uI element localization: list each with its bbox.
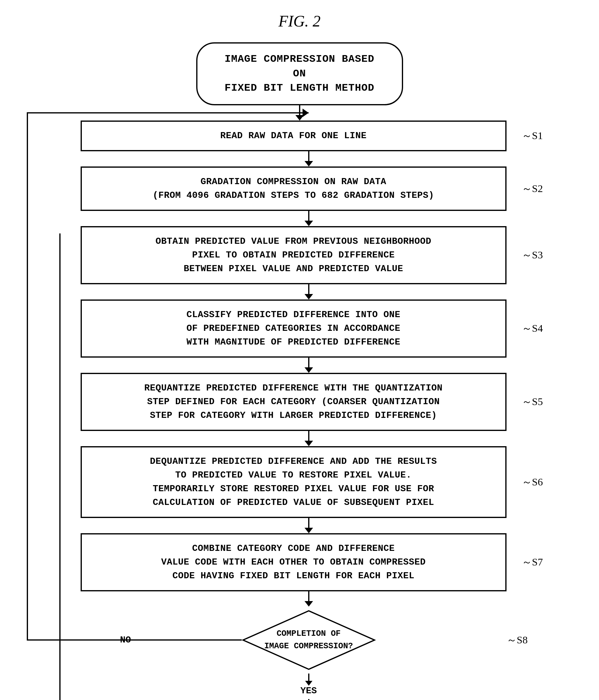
step-s4-wrapper: CLASSIFY PREDICTED DIFFERENCE INTO ONEOF… [81, 299, 537, 358]
arrow-start-to-s1 [295, 105, 304, 121]
step-s3-label: OBTAIN PREDICTED VALUE FROM PREVIOUS NEI… [155, 236, 432, 274]
step-s5-num: ～S5 [522, 395, 543, 409]
step-s4-num: ～S4 [522, 321, 543, 335]
step-s1-wrapper: READ RAW DATA FOR ONE LINE ～S1 [81, 121, 537, 151]
step-s3-num: ～S3 [522, 248, 543, 262]
step-s5-box: REQUANTIZE PREDICTED DIFFERENCE WITH THE… [81, 373, 506, 431]
step-s8-num: ～S8 [506, 633, 528, 647]
step-s6-num: ～S6 [522, 475, 543, 489]
decision-s8-container: NO COMPLETION OF IMAGE COMPRESSION? ～S8 [96, 606, 522, 674]
step-s1-box: READ RAW DATA FOR ONE LINE [81, 121, 506, 151]
figure-title: FIG. 2 [24, 12, 575, 30]
steps-column: READ RAW DATA FOR ONE LINE ～S1 GRADATION… [69, 121, 549, 700]
step-s2-label: GRADATION COMPRESSION ON RAW DATA(FROM 4… [153, 177, 434, 201]
step-s1-num: ～S1 [522, 129, 543, 143]
decision-line2: IMAGE COMPRESSION? [264, 642, 353, 651]
arrow-s2-s3 [305, 211, 313, 226]
step-s6-wrapper: DEQUANTIZE PREDICTED DIFFERENCE AND ADD … [81, 446, 537, 518]
arrow-s6-s7 [305, 518, 313, 533]
arrow-s5-s6 [305, 431, 313, 446]
step-s6-label: DEQUANTIZE PREDICTED DIFFERENCE AND ADD … [150, 456, 437, 508]
step-s2-box: GRADATION COMPRESSION ON RAW DATA(FROM 4… [81, 167, 506, 211]
step-s6-box: DEQUANTIZE PREDICTED DIFFERENCE AND ADD … [81, 446, 506, 518]
step-s7-num: ～S7 [522, 555, 543, 569]
step-s4-box: CLASSIFY PREDICTED DIFFERENCE INTO ONEOF… [81, 299, 506, 358]
yes-label: YES [300, 686, 317, 696]
no-label: NO [120, 635, 131, 645]
start-label: IMAGE COMPRESSION BASED ONFIXED BIT LENG… [225, 53, 374, 94]
step-s7-wrapper: COMBINE CATEGORY CODE AND DIFFERENCEVALU… [81, 533, 537, 591]
step-s7-label: COMBINE CATEGORY CODE AND DIFFERENCEVALU… [161, 543, 426, 581]
arrow-yes-down [305, 674, 312, 686]
step-s5-wrapper: REQUANTIZE PREDICTED DIFFERENCE WITH THE… [81, 373, 537, 431]
arrow-s7-s8 [305, 591, 313, 606]
step-s5-label: REQUANTIZE PREDICTED DIFFERENCE WITH THE… [144, 383, 443, 421]
page: FIG. 2 IMAGE COMPRESSION BASED ONFIXED B… [0, 0, 599, 700]
arrow-s1-s2 [305, 151, 313, 167]
step-s3-wrapper: OBTAIN PREDICTED VALUE FROM PREVIOUS NEI… [81, 226, 537, 284]
step-s3-box: OBTAIN PREDICTED VALUE FROM PREVIOUS NEI… [81, 226, 506, 284]
step-s2-num: ～S2 [522, 182, 543, 196]
loop-left-line [59, 233, 60, 700]
step-s4-label: CLASSIFY PREDICTED DIFFERENCE INTO ONEOF… [186, 309, 400, 347]
step-s7-box: COMBINE CATEGORY CODE AND DIFFERENCEVALU… [81, 533, 506, 591]
diamond-text: COMPLETION OF IMAGE COMPRESSION? [264, 628, 353, 652]
flowchart: IMAGE COMPRESSION BASED ONFIXED BIT LENG… [24, 42, 575, 700]
arrow-s4-s5 [305, 358, 313, 373]
main-flow-wrapper: READ RAW DATA FOR ONE LINE ～S1 GRADATION… [50, 121, 549, 700]
step-s1-label: READ RAW DATA FOR ONE LINE [220, 130, 367, 141]
decision-line1: COMPLETION OF [277, 629, 341, 638]
step-s2-wrapper: GRADATION COMPRESSION ON RAW DATA(FROM 4… [81, 167, 537, 211]
diamond-s8: COMPLETION OF IMAGE COMPRESSION? [242, 609, 376, 671]
arrow-s3-s4 [305, 284, 313, 299]
start-oval: IMAGE COMPRESSION BASED ONFIXED BIT LENG… [196, 42, 403, 105]
